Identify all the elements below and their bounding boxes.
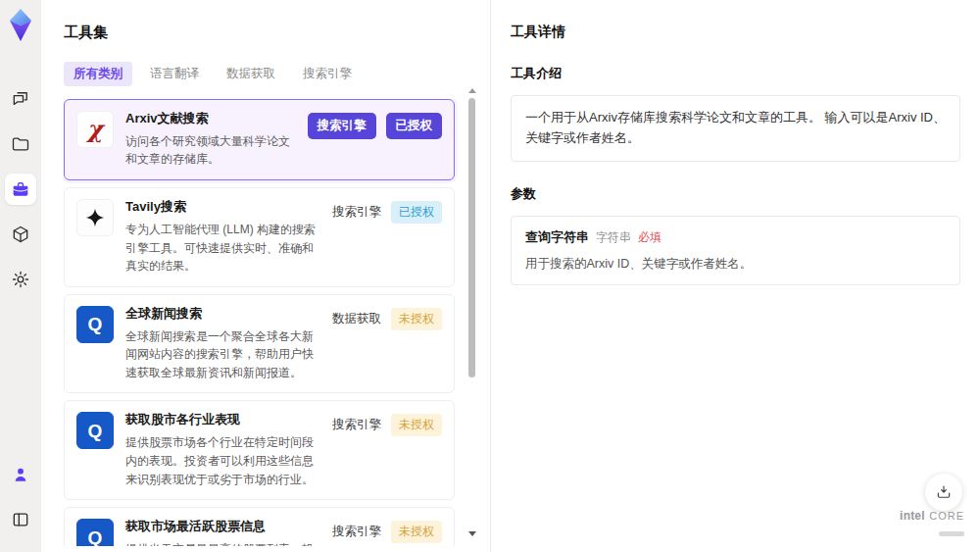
tool-text: 全球新闻搜索 全球新闻搜索是一个聚合全球各大新闻网站内容的搜索引擎，帮助用户快速… xyxy=(114,306,332,382)
tool-list-item[interactable]: χ Arxiv文献搜索 访问各个研究领域大量科学论文和文章的存储库。 搜索引擎 … xyxy=(64,99,455,180)
tool-list: χ Arxiv文献搜索 访问各个研究领域大量科学论文和文章的存储库。 搜索引擎 … xyxy=(64,99,468,546)
scrollbar-thumb[interactable] xyxy=(468,98,475,377)
category-tab[interactable]: 语言翻译 xyxy=(140,62,209,86)
param-required-badge: 必填 xyxy=(638,229,662,246)
tool-description: 提供股票市场各个行业在特定时间段内的表现。投资者可以利用这些信息来识别表现优于或… xyxy=(125,433,322,488)
tool-name: 获取股市各行业表现 xyxy=(125,412,322,428)
category-tab[interactable]: 搜索引擎 xyxy=(293,62,362,86)
intro-box: 一个用于从Arxiv存储库搜索科学论文和文章的工具。 输入可以是Arxiv ID… xyxy=(511,95,960,162)
tool-status-badge: 未授权 xyxy=(391,521,442,543)
tool-list-item[interactable]: Tavily搜索 专为人工智能代理 (LLM) 构建的搜索引擎工具。可快速提供实… xyxy=(64,187,455,287)
tool-text: Tavily搜索 专为人工智能代理 (LLM) 构建的搜索引擎工具。可快速提供实… xyxy=(114,199,332,276)
tool-name: 全球新闻搜索 xyxy=(125,306,322,323)
icon-rail xyxy=(0,0,41,552)
sidebar-item-files[interactable] xyxy=(5,128,36,160)
scrollbar[interactable] xyxy=(467,86,476,538)
tool-icon xyxy=(76,199,114,236)
params-heading: 参数 xyxy=(511,185,960,203)
intel-core-logo: intel core xyxy=(900,506,964,540)
tool-icon: Q xyxy=(76,412,114,449)
param-name: 查询字符串 xyxy=(525,228,589,246)
tool-list-pane: 工具集 所有类别 语言翻译 数据获取 搜索引擎 χ Arxiv文献搜索 访问各个… xyxy=(41,0,490,552)
category-tabs: 所有类别 语言翻译 数据获取 搜索引擎 xyxy=(64,62,468,86)
tool-list-item[interactable]: Q 获取市场最活跃股票信息 提供当天交易量最高的股票列表。投资者可以利用这些信息… xyxy=(64,507,455,546)
tool-category-label: 搜索引擎 xyxy=(332,204,381,221)
sidebar-item-settings[interactable] xyxy=(5,264,36,295)
tool-text: 获取市场最活跃股票信息 提供当天交易量最高的股票列表。投资者可以利用这些信息来识… xyxy=(114,519,332,546)
folder-icon xyxy=(11,134,30,154)
tool-meta: 搜索引擎 未授权 xyxy=(332,414,442,436)
param-type: 字符串 xyxy=(596,229,631,246)
tool-icon: Q xyxy=(76,306,114,343)
brand-intel: intel xyxy=(900,509,925,523)
sidebar-item-collapse[interactable] xyxy=(5,504,36,535)
tool-category-label: 搜索引擎 xyxy=(332,417,381,433)
tool-meta: 搜索引擎 已授权 xyxy=(332,201,442,224)
category-tab[interactable]: 所有类别 xyxy=(64,62,132,86)
tool-name: 获取市场最活跃股票信息 xyxy=(125,519,322,535)
tool-meta: 搜索引擎 已授权 xyxy=(308,113,443,139)
brand-core: core xyxy=(929,510,964,522)
tool-description: 访问各个研究领域大量科学论文和文章的存储库。 xyxy=(125,132,298,169)
tool-text: Arxiv文献搜索 访问各个研究领域大量科学论文和文章的存储库。 xyxy=(114,111,308,169)
app-logo xyxy=(6,8,35,43)
param-description: 用于搜索的Arxiv ID、关键字或作者姓名。 xyxy=(525,255,946,274)
sidebar-item-packages[interactable] xyxy=(5,219,36,250)
tool-meta: 搜索引擎 未授权 xyxy=(332,521,442,543)
sidebar-item-account[interactable] xyxy=(5,459,36,490)
tool-icon: χ xyxy=(76,111,114,148)
tool-status-badge: 未授权 xyxy=(391,414,442,436)
user-icon xyxy=(11,465,30,484)
intro-text: 一个用于从Arxiv存储库搜索科学论文和文章的工具。 输入可以是Arxiv ID… xyxy=(525,108,946,149)
tool-description: 专为人工智能代理 (LLM) 构建的搜索引擎工具。可快速提供实时、准确和真实的结… xyxy=(125,221,322,276)
category-tab[interactable]: 数据获取 xyxy=(217,62,285,86)
tool-list-item[interactable]: Q 全球新闻搜索 全球新闻搜索是一个聚合全球各大新闻网站内容的搜索引擎，帮助用户… xyxy=(64,294,455,394)
param-header: 查询字符串 字符串 必填 xyxy=(525,228,946,246)
tool-description: 提供当天交易量最高的股票列表。投资者可以利用这些信息来识别流动性强的股票和潜在的… xyxy=(125,540,322,546)
tool-name: Arxiv文献搜索 xyxy=(125,111,298,127)
tool-text: 获取股市各行业表现 提供股票市场各个行业在特定时间段内的表现。投资者可以利用这些… xyxy=(114,412,332,488)
tool-status-badge: 未授权 xyxy=(391,308,442,330)
tool-category-label: 数据获取 xyxy=(332,311,381,327)
tool-status-badge: 已授权 xyxy=(391,201,442,224)
page-title: 工具集 xyxy=(64,24,468,42)
sidebar-item-tools[interactable] xyxy=(5,174,36,205)
detail-title: 工具详情 xyxy=(511,24,960,41)
intro-heading: 工具介绍 xyxy=(511,65,960,82)
download-icon xyxy=(935,483,953,501)
tool-category-label: 搜索引擎 xyxy=(332,524,381,540)
tool-meta: 数据获取 未授权 xyxy=(332,308,442,330)
scroll-up-arrow[interactable] xyxy=(468,88,476,93)
tool-category-label: 搜索引擎 xyxy=(308,113,376,139)
tool-status-badge: 已授权 xyxy=(386,113,443,139)
scroll-down-arrow[interactable] xyxy=(468,531,476,536)
tool-detail-pane: 工具详情 工具介绍 一个用于从Arxiv存储库搜索科学论文和文章的工具。 输入可… xyxy=(490,0,980,552)
tool-list-item[interactable]: Q 获取股市各行业表现 提供股票市场各个行业在特定时间段内的表现。投资者可以利用… xyxy=(64,400,455,500)
param-box: 查询字符串 字符串 必填 用于搜索的Arxiv ID、关键字或作者姓名。 xyxy=(511,216,960,286)
tool-description: 全球新闻搜索是一个聚合全球各大新闻网站内容的搜索引擎，帮助用户快速获取全球最新资… xyxy=(125,327,322,382)
brand-sub-mark xyxy=(939,531,964,536)
tool-icon: Q xyxy=(76,519,114,546)
sidebar-item-chat[interactable] xyxy=(5,83,36,115)
chat-icon xyxy=(11,89,30,109)
tool-name: Tavily搜索 xyxy=(125,199,322,216)
toolbox-icon xyxy=(11,179,30,199)
panel-toggle-icon xyxy=(11,510,30,529)
package-icon xyxy=(11,225,30,244)
gear-icon xyxy=(11,270,30,289)
